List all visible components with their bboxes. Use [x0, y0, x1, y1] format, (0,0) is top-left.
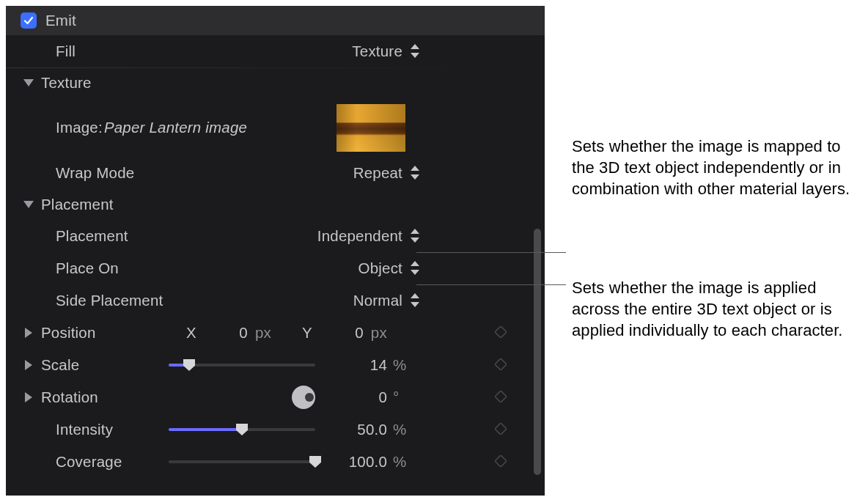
slider-thumb[interactable] [309, 456, 321, 468]
intensity-label: Intensity [56, 421, 113, 438]
callout-line [416, 284, 566, 285]
side-placement-select[interactable]: Normal [353, 292, 420, 309]
position-x-label: X [186, 324, 196, 342]
section-header-emit[interactable]: Emit [6, 6, 545, 35]
updown-icon [410, 43, 420, 59]
rotation-dial[interactable] [292, 386, 315, 409]
intensity-slider[interactable] [169, 428, 315, 431]
position-x-unit: px [255, 324, 271, 342]
chevron-right-icon[interactable] [22, 328, 35, 338]
slider-thumb[interactable] [236, 424, 248, 435]
image-label-prefix: Image: [56, 119, 103, 136]
keyframe-diamond-icon[interactable] [495, 389, 507, 406]
rotation-row: Rotation 0 ° [6, 381, 545, 413]
keyframe-diamond-icon[interactable] [495, 324, 507, 342]
texture-thumbnail [336, 104, 405, 152]
place-on-label: Place On [56, 259, 119, 277]
annotation-placement: Sets whether the image is mapped to the … [572, 136, 859, 199]
placement-value: Independent [317, 227, 402, 245]
fill-row: Fill Texture [6, 35, 545, 67]
scale-slider[interactable] [169, 364, 315, 367]
position-x-value[interactable]: 0 [207, 324, 248, 342]
place-on-row: Place On Object [6, 252, 545, 284]
keyframe-diamond-icon[interactable] [495, 356, 507, 374]
wrap-mode-label: Wrap Mode [56, 164, 134, 182]
placement-label: Placement [56, 227, 128, 245]
placement-group-label: Placement [41, 196, 114, 213]
coverage-row: Coverage 100.0 % [6, 446, 545, 478]
chevron-down-icon[interactable] [22, 201, 35, 208]
fill-select[interactable]: Texture [352, 43, 420, 60]
side-placement-row: Side Placement Normal [6, 284, 545, 317]
placement-disclosure-row[interactable]: Placement [6, 189, 545, 220]
callout-line [416, 252, 566, 253]
wrap-mode-row: Wrap Mode Repeat [6, 157, 545, 189]
scale-label: Scale [41, 356, 79, 374]
intensity-value[interactable]: 50.0 [357, 421, 387, 438]
inspector-panel: Emit Fill Texture Texture Image: Paper L… [6, 6, 545, 496]
texture-label: Texture [41, 74, 92, 92]
updown-icon [410, 292, 420, 309]
place-on-value: Object [358, 259, 402, 277]
emit-checkbox[interactable] [21, 12, 37, 29]
position-label: Position [41, 324, 96, 342]
image-well[interactable] [336, 104, 405, 152]
placement-row: Placement Independent [6, 220, 545, 252]
placement-select[interactable]: Independent [317, 227, 420, 245]
updown-icon [410, 228, 420, 244]
position-y-value[interactable]: 0 [323, 324, 364, 342]
position-row: Position X 0 px Y 0 px [6, 317, 545, 349]
rotation-unit: ° [393, 389, 413, 406]
intensity-row: Intensity 50.0 % [6, 413, 545, 446]
chevron-right-icon[interactable] [22, 392, 35, 402]
coverage-unit: % [393, 453, 413, 471]
scrollbar-thumb[interactable] [534, 229, 541, 475]
fill-label: Fill [56, 43, 76, 60]
keyframe-diamond-icon[interactable] [495, 453, 507, 471]
wrap-mode-select[interactable]: Repeat [353, 164, 420, 182]
place-on-select[interactable]: Object [358, 259, 420, 277]
section-header-label: Emit [45, 12, 76, 29]
image-row: Image: Paper Lantern image [6, 98, 545, 157]
side-placement-value: Normal [353, 292, 402, 309]
scale-row: Scale 14 % [6, 349, 545, 381]
image-name: Paper Lantern image [104, 119, 247, 136]
slider-thumb[interactable] [183, 359, 195, 371]
scale-unit: % [393, 356, 413, 374]
position-y-unit: px [371, 324, 387, 342]
wrap-mode-value: Repeat [353, 164, 402, 182]
scale-value[interactable]: 14 [370, 356, 387, 374]
updown-icon [410, 165, 420, 181]
coverage-value[interactable]: 100.0 [349, 453, 387, 471]
rotation-value[interactable]: 0 [378, 389, 387, 406]
coverage-label: Coverage [56, 453, 122, 471]
side-placement-label: Side Placement [56, 292, 163, 309]
position-y-label: Y [302, 324, 312, 342]
updown-icon [410, 260, 420, 276]
chevron-down-icon[interactable] [22, 79, 35, 86]
coverage-slider[interactable] [169, 460, 315, 463]
keyframe-diamond-icon[interactable] [495, 421, 507, 438]
intensity-unit: % [393, 421, 413, 438]
texture-disclosure-row[interactable]: Texture [6, 67, 545, 98]
fill-value: Texture [352, 43, 402, 60]
rotation-label: Rotation [41, 389, 98, 406]
chevron-right-icon[interactable] [22, 360, 35, 370]
annotation-place-on: Sets whether the image is applied across… [572, 277, 859, 341]
